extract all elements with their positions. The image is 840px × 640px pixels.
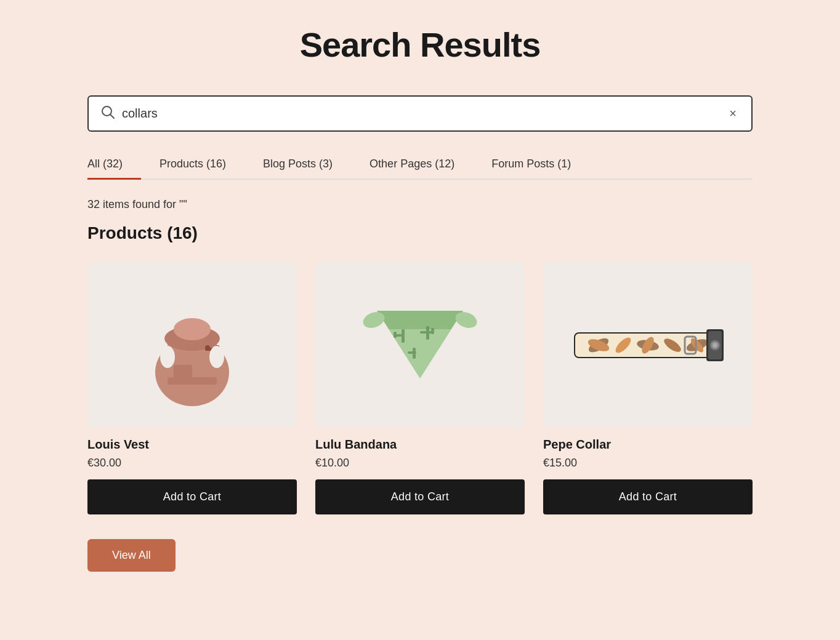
- tab-forum[interactable]: Forum Posts (1): [473, 150, 589, 180]
- svg-point-5: [174, 318, 211, 340]
- product-vest-image: [134, 274, 251, 415]
- tab-blog[interactable]: Blog Posts (3): [244, 150, 351, 180]
- product-price: €10.00: [315, 457, 525, 470]
- product-image-container: [315, 262, 525, 428]
- product-price: €30.00: [87, 457, 297, 470]
- product-name: Lulu Bandana: [315, 438, 525, 452]
- add-to-cart-button[interactable]: Add to Cart: [315, 479, 525, 514]
- products-section-heading: Products (16): [87, 223, 753, 243]
- product-image-container: [87, 262, 297, 428]
- search-bar: ×: [87, 95, 753, 132]
- svg-rect-24: [408, 351, 416, 354]
- product-card: Pepe Collar €15.00 Add to Cart: [543, 262, 753, 514]
- product-card: Louis Vest €30.00 Add to Cart: [87, 262, 297, 514]
- search-icon: [101, 105, 115, 122]
- tab-products[interactable]: Products (16): [141, 150, 244, 180]
- svg-point-0: [102, 106, 111, 116]
- svg-point-11: [160, 346, 175, 368]
- product-card: Lulu Bandana €10.00 Add to Cart: [315, 262, 525, 514]
- svg-rect-18: [395, 334, 405, 337]
- tab-all[interactable]: All (32): [87, 150, 141, 180]
- add-to-cart-button[interactable]: Add to Cart: [543, 479, 753, 514]
- tab-pages[interactable]: Other Pages (12): [351, 150, 473, 180]
- svg-rect-19: [394, 332, 397, 338]
- svg-line-1: [111, 115, 115, 119]
- search-input[interactable]: [122, 106, 727, 121]
- products-grid: Louis Vest €30.00 Add to Cart: [87, 262, 753, 514]
- product-price: €15.00: [543, 457, 753, 470]
- results-summary: 32 items found for "": [87, 198, 753, 211]
- svg-rect-21: [420, 331, 432, 334]
- page-title: Search Results: [87, 25, 753, 65]
- product-name: Louis Vest: [87, 438, 297, 452]
- tabs-container: All (32) Products (16) Blog Posts (3) Ot…: [87, 150, 753, 180]
- svg-rect-22: [431, 328, 434, 334]
- view-all-button[interactable]: View All: [87, 539, 176, 572]
- product-name: Pepe Collar: [543, 438, 753, 452]
- product-collar-image: [562, 305, 734, 385]
- product-bandana-image: [358, 286, 482, 403]
- svg-point-12: [209, 346, 224, 368]
- svg-rect-7: [168, 377, 217, 385]
- svg-point-38: [713, 343, 717, 348]
- product-image-container: [543, 262, 753, 428]
- svg-marker-14: [377, 311, 463, 329]
- svg-rect-6: [174, 365, 192, 378]
- add-to-cart-button[interactable]: Add to Cart: [87, 479, 297, 514]
- search-clear-button[interactable]: ×: [727, 106, 739, 121]
